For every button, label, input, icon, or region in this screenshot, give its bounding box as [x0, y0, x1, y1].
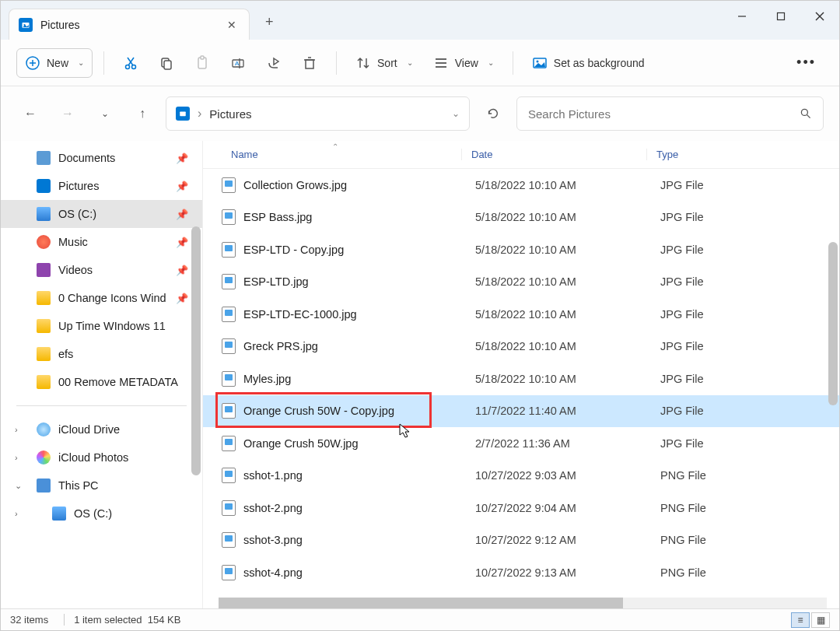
- file-row[interactable]: ESP-LTD-EC-1000.jpg5/18/2022 10:10 AMJPG…: [203, 298, 839, 331]
- sidebar-item-label: Pictures: [58, 180, 99, 192]
- file-row[interactable]: sshot-2.png10/27/2022 9:04 AMPNG File: [203, 492, 839, 524]
- new-tab-button[interactable]: +: [250, 5, 289, 40]
- sidebar-item[interactable]: 0 Change Icons Wind📌: [1, 284, 202, 312]
- file-icon: [222, 242, 236, 258]
- tab-pictures[interactable]: Pictures ✕: [9, 9, 250, 40]
- sort-button[interactable]: Sort ⌄: [348, 49, 421, 77]
- sidebar-item[interactable]: Pictures📌: [1, 172, 202, 200]
- svg-point-9: [126, 65, 130, 68]
- sidebar: Documents📌Pictures📌OS (C:)📌Music📌Videos📌…: [1, 141, 203, 610]
- file-row[interactable]: sshot-3.png10/27/2022 9:12 AMPNG File: [203, 524, 839, 557]
- svg-rect-16: [201, 56, 204, 59]
- cut-button[interactable]: [115, 49, 146, 77]
- recent-button[interactable]: ⌄: [91, 100, 119, 128]
- sidebar-item[interactable]: Music📌: [1, 228, 202, 256]
- refresh-button[interactable]: [479, 100, 507, 128]
- sidebar-item[interactable]: Up Time WIndows 11: [1, 312, 202, 340]
- chevron-down-icon[interactable]: ⌄: [452, 108, 460, 119]
- file-icon: [222, 500, 236, 516]
- file-row[interactable]: Orange Crush 50W - Copy.jpg11/7/2022 11:…: [203, 395, 839, 428]
- minimize-button[interactable]: [723, 1, 761, 32]
- rename-button[interactable]: A: [222, 49, 254, 77]
- expand-icon[interactable]: ⌄: [15, 481, 22, 491]
- sidebar-item[interactable]: Documents📌: [1, 144, 202, 172]
- sidebar-item[interactable]: ›OS (C:): [1, 500, 202, 528]
- column-type[interactable]: Type: [646, 149, 779, 160]
- file-icon: [222, 177, 236, 193]
- copy-button[interactable]: [151, 49, 182, 77]
- sidebar-item[interactable]: efs: [1, 340, 202, 368]
- file-icon: [222, 371, 236, 387]
- sidebar-item[interactable]: Videos📌: [1, 256, 202, 284]
- vertical-scrollbar[interactable]: [828, 242, 839, 553]
- horizontal-scrollbar[interactable]: [219, 598, 827, 608]
- maximize-button[interactable]: [761, 1, 800, 32]
- paste-button[interactable]: [187, 49, 218, 77]
- sidebar-item[interactable]: 00 Remove METADATA: [1, 368, 202, 396]
- folder-icon: [37, 347, 51, 361]
- thumbnails-view-button[interactable]: ▦: [811, 612, 830, 628]
- sidebar-item[interactable]: OS (C:)📌: [1, 200, 202, 228]
- expand-icon[interactable]: ›: [15, 509, 18, 518]
- file-icon: [222, 338, 236, 354]
- sidebar-scrollbar[interactable]: [191, 226, 202, 538]
- search-input[interactable]: [528, 107, 800, 121]
- file-row[interactable]: sshot-1.png10/27/2022 9:03 AMPNG File: [203, 460, 839, 493]
- breadcrumb-location[interactable]: Pictures: [209, 107, 444, 121]
- sidebar-item[interactable]: ›iCloud Photos: [1, 443, 202, 471]
- file-date: 10/27/2022 9:13 AM: [466, 566, 651, 579]
- file-date: 5/18/2022 10:10 AM: [466, 179, 651, 191]
- file-row[interactable]: Orange Crush 50W.jpg2/7/2022 11:36 AMJPG…: [203, 427, 839, 460]
- column-name[interactable]: Name⌃: [231, 149, 461, 160]
- folder-icon: [37, 375, 51, 389]
- details-view-button[interactable]: ≡: [791, 612, 810, 628]
- file-type: PNG File: [651, 502, 783, 514]
- address-bar[interactable]: › Pictures ⌄: [166, 96, 470, 131]
- set-background-button[interactable]: Set as background: [524, 49, 653, 77]
- sidebar-item[interactable]: ⌄This PC: [1, 471, 202, 500]
- new-label: New: [47, 57, 68, 69]
- forward-button[interactable]: →: [54, 100, 82, 128]
- file-date: 11/7/2022 11:40 AM: [466, 405, 651, 417]
- file-row[interactable]: sshot-4.png10/27/2022 9:13 AMPNG File: [203, 556, 839, 589]
- file-row[interactable]: ESP-LTD - Copy.jpg5/18/2022 10:10 AMJPG …: [203, 233, 839, 266]
- sidebar-item-label: Videos: [58, 264, 93, 276]
- file-row[interactable]: ESP-LTD.jpg5/18/2022 10:10 AMJPG File: [203, 266, 839, 299]
- sidebar-item-label: Documents: [58, 152, 115, 164]
- file-list: Name⌃ Date Type Collection Grows.jpg5/18…: [203, 141, 839, 610]
- set-bg-label: Set as background: [554, 57, 645, 69]
- file-name: sshot-3.png: [243, 534, 466, 546]
- pictures-icon: [176, 107, 190, 121]
- sidebar-item-label: 0 Change Icons Wind: [58, 292, 166, 304]
- file-icon: [222, 532, 236, 548]
- expand-icon[interactable]: ›: [15, 453, 18, 462]
- sidebar-item[interactable]: ›iCloud Drive: [1, 415, 202, 443]
- file-type: JPG File: [651, 405, 783, 417]
- close-button[interactable]: [800, 1, 839, 32]
- more-button[interactable]: •••: [789, 48, 824, 77]
- file-row[interactable]: Myles.jpg5/18/2022 10:10 AMJPG File: [203, 363, 839, 395]
- file-icon: [222, 468, 236, 483]
- tab-close-button[interactable]: ✕: [224, 16, 240, 34]
- folder-icon: [52, 507, 66, 521]
- view-label: View: [455, 57, 478, 69]
- file-icon: [222, 403, 236, 419]
- share-button[interactable]: [258, 49, 289, 77]
- sidebar-item-label: OS (C:): [74, 507, 112, 520]
- column-date[interactable]: Date: [461, 149, 646, 160]
- expand-icon[interactable]: ›: [15, 425, 18, 434]
- view-button[interactable]: View ⌄: [425, 49, 502, 77]
- file-type: JPG File: [651, 308, 783, 321]
- back-button[interactable]: ←: [16, 100, 44, 128]
- file-row[interactable]: ESP Bass.jpg5/18/2022 10:10 AMJPG File: [203, 202, 839, 234]
- delete-button[interactable]: [294, 49, 325, 77]
- sidebar-item-label: Up Time WIndows 11: [58, 320, 166, 332]
- file-row[interactable]: Greck PRS.jpg5/18/2022 10:10 AMJPG File: [203, 331, 839, 363]
- search-box[interactable]: [516, 96, 824, 131]
- file-icon: [222, 436, 236, 451]
- new-button[interactable]: New ⌄: [16, 48, 93, 78]
- file-type: JPG File: [651, 179, 783, 191]
- file-row[interactable]: Collection Grows.jpg5/18/2022 10:10 AMJP…: [203, 169, 839, 202]
- file-name: Orange Crush 50W - Copy.jpg: [243, 405, 466, 417]
- up-button[interactable]: ↑: [128, 100, 156, 128]
